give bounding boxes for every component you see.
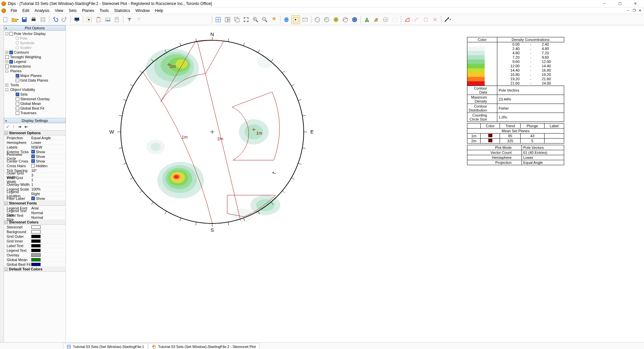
menu-planes[interactable]: Planes xyxy=(80,8,97,14)
tree-node[interactable]: Intersections xyxy=(5,64,64,69)
stereonet-dots-icon[interactable] xyxy=(313,15,322,24)
tree-node[interactable]: Pole xyxy=(5,36,64,41)
menu-edit[interactable]: Edit xyxy=(20,8,32,14)
menu-sets[interactable]: Sets xyxy=(66,8,80,14)
prop-row[interactable]: Center Cross✓Show xyxy=(4,159,66,164)
menu-window[interactable]: Window xyxy=(133,8,152,14)
prop-row[interactable]: Stereonet xyxy=(4,225,66,229)
fullscreen-icon[interactable] xyxy=(242,15,250,24)
apply-icon[interactable]: ✓ xyxy=(6,124,10,129)
tile-icon[interactable] xyxy=(223,15,232,24)
set-window-1-icon[interactable] xyxy=(403,15,411,24)
tree-node[interactable]: -Planes xyxy=(5,69,64,73)
tree-node[interactable]: -Object Visibility xyxy=(5,87,64,92)
tree-node[interactable]: Traverses xyxy=(5,111,64,115)
tree-node[interactable]: Global Mean xyxy=(5,101,64,106)
plot-canvas[interactable]: N E S W 1m 2m 1m 2m ↖ ColorDensity Conce… xyxy=(66,25,644,342)
clipboard-icon[interactable] xyxy=(94,15,103,24)
prop-row[interactable]: Grid Outer xyxy=(4,234,66,239)
tree-node[interactable]: Terzaghi Weighting xyxy=(5,55,64,59)
prop-row[interactable]: ProjectionEqual Angle xyxy=(4,136,66,140)
envelope-icon[interactable] xyxy=(301,15,309,24)
close-button[interactable]: ✕ xyxy=(628,0,643,7)
import-settings-icon[interactable]: ⇥ xyxy=(18,124,21,129)
prop-row[interactable]: Legend Text xyxy=(4,248,66,253)
tree-node[interactable]: +✓Contours xyxy=(5,50,64,55)
prop-row[interactable]: LabelsNSEW xyxy=(4,145,66,150)
mdi-close-button[interactable]: ✕ xyxy=(637,8,643,13)
filter-clear-icon[interactable] xyxy=(134,15,143,24)
cursor-mode-icon[interactable] xyxy=(291,15,300,24)
mdi-restore-button[interactable]: ❐ xyxy=(631,8,637,13)
tree-node[interactable]: Grid Data Planes xyxy=(5,78,64,83)
globe-lines-icon[interactable] xyxy=(282,15,291,24)
prop-row[interactable]: Filter Label✓Show xyxy=(4,196,66,201)
wedge-icon[interactable] xyxy=(372,15,381,24)
cascade-icon[interactable] xyxy=(233,15,241,24)
tree-node[interactable]: Global Best Fit xyxy=(5,106,64,111)
save-icon[interactable] xyxy=(20,15,29,24)
new-file-icon[interactable] xyxy=(1,15,10,24)
tree-node[interactable]: +Tools xyxy=(5,83,64,87)
tree-node[interactable]: ✓Sets xyxy=(5,92,64,97)
menu-view[interactable]: View xyxy=(52,8,66,14)
tree-node[interactable]: Symbolic xyxy=(5,41,64,45)
maximize-button[interactable]: ▢ xyxy=(612,0,627,7)
prop-row[interactable]: Legend LocationRight xyxy=(4,191,66,196)
print-icon[interactable] xyxy=(29,15,38,24)
tree-node[interactable]: Scatter xyxy=(5,45,64,50)
prop-row[interactable]: Label Text SizeNormal xyxy=(4,215,66,220)
pan-icon[interactable] xyxy=(270,15,278,24)
menu-tools[interactable]: Tools xyxy=(97,8,111,14)
stereonet-planes-icon[interactable] xyxy=(341,15,350,24)
tab-file-2[interactable]: Tutorial 03 Sets (Set Window)-StartingFi… xyxy=(148,343,259,349)
screen-icon[interactable] xyxy=(73,15,81,24)
export-image-icon[interactable] xyxy=(103,15,112,24)
tree-node[interactable]: ✓Major Planes xyxy=(5,73,64,78)
plot-options-header[interactable]: ▸Plot Options xyxy=(4,25,66,31)
triangle-plot-icon[interactable] xyxy=(363,15,371,24)
display-settings-header[interactable]: ▸Display Settings xyxy=(4,118,66,123)
filter-icon[interactable] xyxy=(125,15,134,24)
report-icon[interactable] xyxy=(113,15,121,24)
set-window-4-icon[interactable] xyxy=(431,15,439,24)
prop-row[interactable]: Label Text xyxy=(4,243,66,248)
rosette-icon[interactable] xyxy=(381,15,390,24)
prop-row[interactable]: Inner Grid Width1 xyxy=(4,177,66,182)
zoom-in-icon[interactable] xyxy=(251,15,260,24)
prop-row[interactable]: Global Best Fit xyxy=(4,262,66,267)
menu-help[interactable]: Help xyxy=(152,8,166,14)
prop-row[interactable]: Overlay xyxy=(4,253,66,257)
undo-icon[interactable] xyxy=(51,15,60,24)
stereonet-contour-icon[interactable] xyxy=(332,15,340,24)
tab-file-1[interactable]: Tutorial 03 Sets (Set Window)-StartingFi… xyxy=(63,343,148,349)
copy-data-icon[interactable] xyxy=(39,15,47,24)
prop-row[interactable]: HemisphereLower xyxy=(4,140,66,145)
prop-row[interactable]: Overlay Width1 xyxy=(4,182,66,187)
prop-row[interactable]: Perimeter Circle✓Show xyxy=(4,154,66,159)
tree-node[interactable]: -Pole Vector Display xyxy=(5,31,64,36)
tree-node[interactable]: Stereonet Overlay xyxy=(5,97,64,101)
menu-statistics[interactable]: Statistics xyxy=(111,8,133,14)
open-file-icon[interactable]: ▾ xyxy=(11,15,19,24)
prop-row[interactable]: Global Mean xyxy=(4,257,66,262)
menu-analysis[interactable]: Analysis xyxy=(32,8,52,14)
tree-node[interactable]: +✓Legend xyxy=(5,59,64,64)
line-tool-icon[interactable]: ▾ xyxy=(443,15,452,24)
prop-row[interactable]: Background xyxy=(4,229,66,234)
reset-icon[interactable]: ! xyxy=(13,124,14,129)
mdi-minimize-button[interactable]: ─ xyxy=(625,8,631,13)
prop-row[interactable]: Grid Inner xyxy=(4,239,66,243)
set-window-2-icon[interactable] xyxy=(412,15,421,24)
stereonet-grid-icon[interactable] xyxy=(350,15,359,24)
grid-view-icon[interactable] xyxy=(214,15,223,24)
zoom-out-icon[interactable] xyxy=(260,15,269,24)
prop-row[interactable]: Cross HairsHidden xyxy=(4,164,66,168)
export-settings-icon[interactable]: ⇤ xyxy=(25,124,28,129)
select-icon[interactable] xyxy=(85,15,93,24)
redo-icon[interactable] xyxy=(60,15,69,24)
set-window-3-icon[interactable] xyxy=(421,15,430,24)
minimize-button[interactable]: ─ xyxy=(597,0,612,7)
menu-file[interactable]: File xyxy=(8,8,20,14)
rosette-filled-icon[interactable] xyxy=(391,15,399,24)
